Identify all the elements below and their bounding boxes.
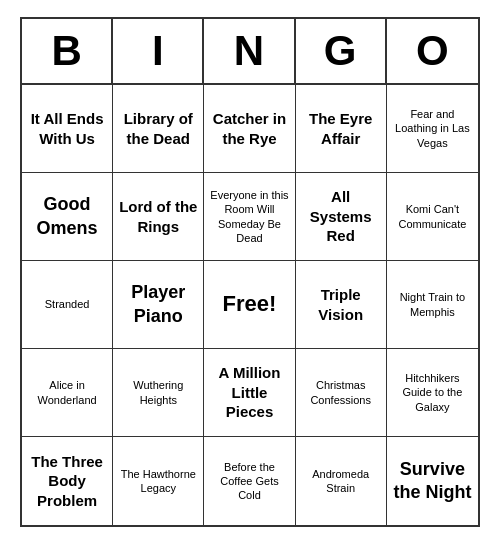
cell-text-12: Free!	[223, 290, 277, 319]
cell-text-6: Lord of the Rings	[117, 197, 199, 236]
bingo-card: BINGO It All Ends With UsLibrary of the …	[20, 17, 480, 527]
bingo-cell-8: All Systems Red	[296, 173, 387, 261]
cell-text-21: The Hawthorne Legacy	[117, 467, 199, 496]
cell-text-0: It All Ends With Us	[26, 109, 108, 148]
bingo-cell-7: Everyone in this Room Will Someday Be De…	[204, 173, 295, 261]
cell-text-2: Catcher in the Rye	[208, 109, 290, 148]
cell-text-22: Before the Coffee Gets Cold	[208, 460, 290, 503]
bingo-cell-19: Hitchhikers Guide to the Galaxy	[387, 349, 478, 437]
cell-text-13: Triple Vision	[300, 285, 382, 324]
bingo-cell-11: Player Piano	[113, 261, 204, 349]
bingo-cell-3: The Eyre Affair	[296, 85, 387, 173]
cell-text-16: Wuthering Heights	[117, 378, 199, 407]
cell-text-20: The Three Body Problem	[26, 452, 108, 511]
cell-text-7: Everyone in this Room Will Someday Be De…	[208, 188, 290, 245]
cell-text-8: All Systems Red	[300, 187, 382, 246]
cell-text-4: Fear and Loathing in Las Vegas	[391, 107, 474, 150]
bingo-cell-23: Andromeda Strain	[296, 437, 387, 525]
bingo-cell-15: Alice in Wonderland	[22, 349, 113, 437]
bingo-grid: It All Ends With UsLibrary of the DeadCa…	[22, 85, 478, 525]
bingo-cell-0: It All Ends With Us	[22, 85, 113, 173]
bingo-cell-9: Komi Can't Communicate	[387, 173, 478, 261]
cell-text-19: Hitchhikers Guide to the Galaxy	[391, 371, 474, 414]
bingo-cell-21: The Hawthorne Legacy	[113, 437, 204, 525]
cell-text-15: Alice in Wonderland	[26, 378, 108, 407]
cell-text-11: Player Piano	[117, 281, 199, 328]
bingo-cell-13: Triple Vision	[296, 261, 387, 349]
bingo-cell-4: Fear and Loathing in Las Vegas	[387, 85, 478, 173]
bingo-cell-14: Night Train to Memphis	[387, 261, 478, 349]
bingo-letter-o: O	[387, 19, 478, 83]
bingo-header: BINGO	[22, 19, 478, 85]
bingo-letter-i: I	[113, 19, 204, 83]
cell-text-9: Komi Can't Communicate	[391, 202, 474, 231]
cell-text-17: A Million Little Pieces	[208, 363, 290, 422]
bingo-cell-5: Good Omens	[22, 173, 113, 261]
cell-text-10: Stranded	[45, 297, 90, 311]
bingo-cell-20: The Three Body Problem	[22, 437, 113, 525]
cell-text-5: Good Omens	[26, 193, 108, 240]
bingo-cell-17: A Million Little Pieces	[204, 349, 295, 437]
cell-text-18: Christmas Confessions	[300, 378, 382, 407]
cell-text-14: Night Train to Memphis	[391, 290, 474, 319]
bingo-cell-22: Before the Coffee Gets Cold	[204, 437, 295, 525]
bingo-cell-10: Stranded	[22, 261, 113, 349]
cell-text-24: Survive the Night	[391, 458, 474, 505]
bingo-letter-b: B	[22, 19, 113, 83]
bingo-letter-g: G	[296, 19, 387, 83]
bingo-cell-16: Wuthering Heights	[113, 349, 204, 437]
cell-text-1: Library of the Dead	[117, 109, 199, 148]
bingo-cell-18: Christmas Confessions	[296, 349, 387, 437]
cell-text-3: The Eyre Affair	[300, 109, 382, 148]
bingo-cell-24: Survive the Night	[387, 437, 478, 525]
bingo-cell-2: Catcher in the Rye	[204, 85, 295, 173]
bingo-cell-12: Free!	[204, 261, 295, 349]
bingo-cell-1: Library of the Dead	[113, 85, 204, 173]
bingo-letter-n: N	[204, 19, 295, 83]
bingo-cell-6: Lord of the Rings	[113, 173, 204, 261]
cell-text-23: Andromeda Strain	[300, 467, 382, 496]
